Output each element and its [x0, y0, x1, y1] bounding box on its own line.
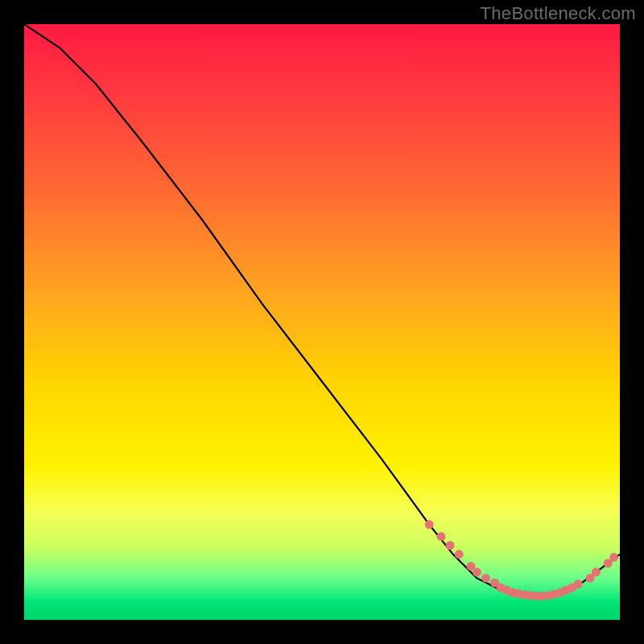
marker-dot	[592, 568, 601, 576]
curve-line	[24, 24, 620, 596]
watermark-label: TheBottleneck.com	[481, 3, 636, 24]
curve-markers	[425, 520, 618, 601]
plot-area	[24, 24, 620, 620]
marker-dot	[574, 580, 583, 588]
marker-dot	[446, 541, 455, 550]
marker-dot	[609, 553, 618, 562]
bottleneck-curve	[24, 24, 620, 620]
marker-dot	[437, 532, 446, 541]
marker-dot	[481, 574, 490, 583]
marker-dot	[473, 568, 481, 576]
marker-dot	[425, 520, 434, 529]
marker-dot	[455, 550, 464, 559]
chart-frame: TheBottleneck.com	[0, 0, 644, 644]
